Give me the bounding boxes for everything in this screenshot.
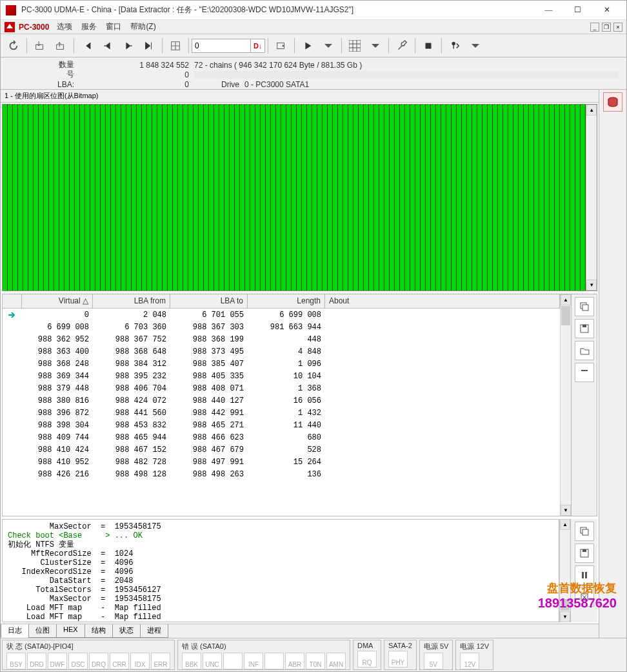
table-scroll-up[interactable]: ▲ bbox=[561, 294, 571, 305]
log-tool-save[interactable] bbox=[575, 544, 594, 563]
col-length[interactable]: Length bbox=[248, 294, 325, 308]
log-scroll-up[interactable]: ▲ bbox=[560, 519, 570, 530]
nav-first-button[interactable] bbox=[78, 37, 96, 55]
status-box: INF bbox=[244, 653, 263, 669]
table-row[interactable]: 988 410 952988 482 728988 497 99115 264 bbox=[3, 456, 560, 468]
col-lba-from[interactable]: LBA from bbox=[93, 294, 170, 308]
tab-process[interactable]: 进程 bbox=[140, 624, 168, 638]
close-button[interactable]: ✕ bbox=[592, 1, 621, 19]
log-tool-clear[interactable] bbox=[575, 587, 594, 607]
col-virtual[interactable]: Virtual △ bbox=[22, 294, 93, 308]
bitmap-view[interactable]: ▲ ▼ bbox=[2, 104, 597, 291]
tab-log[interactable]: 日志 bbox=[1, 624, 29, 638]
bitmap-section-label: 1 - 使用的扇区位图(从Bitmap) bbox=[1, 90, 599, 103]
mdi-restore-button[interactable]: ❐ bbox=[602, 23, 611, 32]
table-cell: 988 398 304 bbox=[22, 421, 93, 430]
log-line: IndexRecordSize = 4096 bbox=[8, 567, 553, 576]
nav-last-button[interactable] bbox=[140, 37, 158, 55]
status-box: DRD bbox=[27, 653, 46, 669]
grid-toggle-button[interactable] bbox=[166, 37, 184, 55]
info-num-value: 0 bbox=[79, 70, 189, 79]
svg-rect-2 bbox=[57, 45, 64, 49]
table-cell: 2 048 bbox=[93, 311, 170, 320]
log-scrollbar[interactable]: ▲ ▼ bbox=[559, 519, 570, 622]
tab-structure[interactable]: 结构 bbox=[85, 624, 113, 638]
col-lba-to[interactable]: LBA to bbox=[170, 294, 248, 308]
refresh-button[interactable] bbox=[5, 37, 23, 55]
scroll-down-button[interactable]: ▼ bbox=[586, 280, 597, 290]
log-scroll-down[interactable]: ▼ bbox=[560, 611, 570, 622]
menu-window[interactable]: 窗口 bbox=[106, 21, 121, 32]
goto-button[interactable] bbox=[272, 37, 290, 55]
scroll-up-button[interactable]: ▲ bbox=[586, 105, 597, 116]
table-cell: 981 663 944 bbox=[248, 323, 325, 332]
table-body[interactable]: 02 0486 701 0556 699 0086 699 0086 703 3… bbox=[3, 309, 560, 516]
table-row[interactable]: 988 409 744988 465 944988 466 623680 bbox=[3, 431, 560, 443]
table-row[interactable]: 6 699 0086 703 360988 367 303981 663 944 bbox=[3, 321, 560, 333]
tab-bitmap[interactable]: 位图 bbox=[28, 624, 57, 638]
log-line: 初始化 NTFS 变量 bbox=[8, 540, 553, 549]
table-row[interactable]: 988 379 448988 406 704988 408 0711 368 bbox=[3, 382, 560, 394]
table-scroll-thumb[interactable] bbox=[561, 306, 570, 325]
nav-next-button[interactable] bbox=[119, 37, 137, 55]
export-button[interactable] bbox=[52, 37, 70, 55]
log-tool-pause[interactable] bbox=[575, 565, 594, 585]
mdi-close-button[interactable]: × bbox=[613, 23, 622, 32]
log-line: Load MFT map - Map filled bbox=[8, 613, 553, 622]
table-cell: 988 368 648 bbox=[93, 347, 170, 356]
table-row[interactable]: 988 363 400988 368 648988 373 4954 848 bbox=[3, 345, 560, 358]
log-line: MaxSector = 1953458175 bbox=[8, 522, 553, 531]
table-tool-open[interactable] bbox=[575, 341, 594, 360]
tools-button[interactable] bbox=[393, 37, 411, 55]
table-row[interactable]: 02 0486 701 0556 699 008 bbox=[3, 309, 560, 321]
table-cell: 988 405 335 bbox=[170, 372, 248, 381]
table-tool-save[interactable] bbox=[575, 319, 594, 338]
play-dropdown-button[interactable] bbox=[319, 37, 337, 55]
table-row[interactable]: 988 398 304988 453 832988 465 27111 440 bbox=[3, 419, 560, 431]
stop-button[interactable] bbox=[419, 37, 437, 55]
table-cell: 988 368 199 bbox=[170, 335, 248, 344]
menu-help[interactable]: 帮助(Z) bbox=[130, 21, 155, 32]
status-group: 状 态 (SATA0)-[PIO4]BSYDRDDWFDSCDRQCRRIDXE… bbox=[2, 640, 175, 670]
import-button[interactable] bbox=[31, 37, 49, 55]
info-qty-value: 1 848 324 552 bbox=[79, 61, 189, 70]
log-text[interactable]: MaxSector = 1953458175Check boot <Base >… bbox=[3, 520, 559, 622]
log-line: DataStart = 2048 bbox=[8, 576, 553, 585]
log-scroll-thumb[interactable] bbox=[561, 599, 570, 611]
play-button[interactable] bbox=[299, 37, 317, 55]
exit-dropdown-button[interactable] bbox=[466, 37, 484, 55]
bitmap-scrollbar[interactable]: ▲ ▼ bbox=[586, 105, 597, 290]
menu-options[interactable]: 选项 bbox=[57, 21, 72, 32]
table-row[interactable]: 988 368 248988 384 312988 385 4071 096 bbox=[3, 358, 560, 370]
minimize-button[interactable]: — bbox=[534, 1, 563, 19]
svg-rect-12 bbox=[582, 325, 586, 327]
right-tool-disk[interactable] bbox=[603, 92, 622, 112]
info-lba-label: LBA: bbox=[8, 80, 79, 89]
table-row[interactable]: 988 396 872988 441 560988 442 9911 432 bbox=[3, 407, 560, 419]
log-line: MaxSector = 1953458175 bbox=[8, 595, 553, 604]
table-row[interactable]: 988 426 216988 498 128988 498 263136 bbox=[3, 468, 560, 480]
status-box bbox=[223, 653, 243, 669]
table-tool-copy[interactable] bbox=[575, 297, 594, 316]
log-tool-copy[interactable] bbox=[575, 522, 594, 541]
position-input[interactable] bbox=[192, 39, 251, 53]
exit-button[interactable] bbox=[446, 37, 464, 55]
col-about[interactable]: About bbox=[325, 294, 560, 308]
tab-hex[interactable]: HEX bbox=[56, 624, 85, 638]
info-drive-value: 0 - PC3000 SATA1 bbox=[244, 80, 309, 89]
tab-status[interactable]: 状态 bbox=[112, 624, 141, 638]
table-tool-delete[interactable] bbox=[575, 363, 594, 382]
table-row[interactable]: 988 410 424988 467 152988 467 679528 bbox=[3, 443, 560, 456]
table-scrollbar[interactable]: ▲ ▼ bbox=[560, 294, 571, 516]
table-row[interactable]: 988 380 816988 424 072988 440 12716 056 bbox=[3, 394, 560, 407]
nav-prev-button[interactable] bbox=[99, 37, 117, 55]
grid-dropdown-button[interactable] bbox=[366, 37, 384, 55]
grid-view-button[interactable] bbox=[346, 37, 364, 55]
menu-services[interactable]: 服务 bbox=[81, 21, 97, 32]
table-scroll-down[interactable]: ▼ bbox=[561, 505, 571, 516]
table-row[interactable]: 988 362 952988 367 752988 368 199448 bbox=[3, 333, 560, 345]
table-row[interactable]: 988 369 344988 395 232988 405 33510 104 bbox=[3, 370, 560, 382]
mdi-minimize-button[interactable]: _ bbox=[590, 23, 599, 32]
maximize-button[interactable]: ☐ bbox=[563, 1, 592, 19]
table-cell: 0 bbox=[22, 311, 93, 320]
